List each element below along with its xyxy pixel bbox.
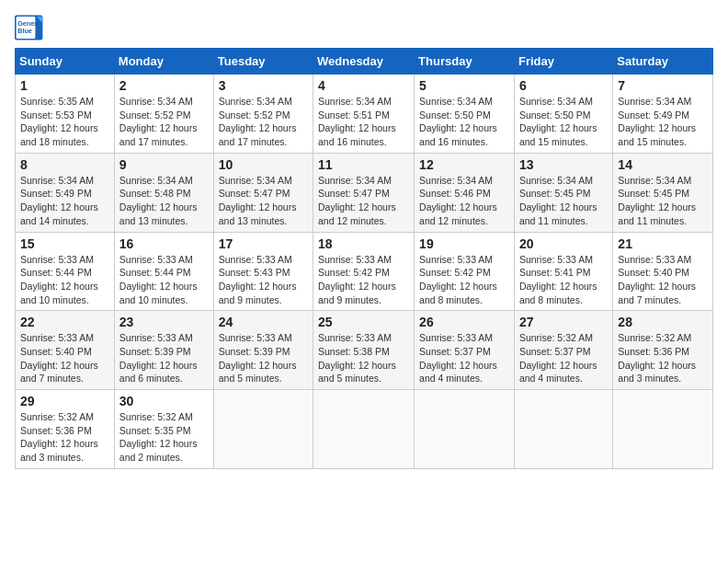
weekday-header-thursday: Thursday bbox=[415, 49, 515, 75]
calendar-cell: 12 Sunrise: 5:34 AMSunset: 5:46 PMDaylig… bbox=[415, 153, 515, 232]
calendar-table: SundayMondayTuesdayWednesdayThursdayFrid… bbox=[15, 48, 713, 469]
day-info: Sunrise: 5:34 AMSunset: 5:49 PMDaylight:… bbox=[618, 96, 696, 147]
calendar-cell: 16 Sunrise: 5:33 AMSunset: 5:44 PMDaylig… bbox=[114, 232, 213, 311]
day-number: 19 bbox=[419, 236, 509, 251]
calendar-cell: 15 Sunrise: 5:33 AMSunset: 5:44 PMDaylig… bbox=[16, 232, 115, 311]
day-number: 2 bbox=[119, 78, 209, 93]
day-info: Sunrise: 5:34 AMSunset: 5:52 PMDaylight:… bbox=[219, 96, 297, 147]
logo-icon: General Blue bbox=[15, 15, 44, 40]
day-number: 4 bbox=[318, 78, 409, 93]
day-number: 18 bbox=[318, 236, 409, 251]
day-number: 7 bbox=[618, 78, 708, 93]
calendar-cell bbox=[415, 390, 515, 469]
day-number: 23 bbox=[119, 315, 209, 329]
day-info: Sunrise: 5:34 AMSunset: 5:48 PMDaylight:… bbox=[119, 175, 198, 226]
day-number: 5 bbox=[419, 78, 509, 93]
calendar-cell: 14 Sunrise: 5:34 AMSunset: 5:45 PMDaylig… bbox=[613, 153, 713, 232]
calendar-cell: 29 Sunrise: 5:32 AMSunset: 5:36 PMDaylig… bbox=[16, 390, 115, 469]
day-info: Sunrise: 5:33 AMSunset: 5:41 PMDaylight:… bbox=[519, 254, 597, 305]
day-number: 3 bbox=[219, 78, 308, 93]
day-info: Sunrise: 5:33 AMSunset: 5:42 PMDaylight:… bbox=[419, 254, 497, 305]
day-info: Sunrise: 5:34 AMSunset: 5:47 PMDaylight:… bbox=[219, 175, 297, 226]
calendar-cell: 25 Sunrise: 5:33 AMSunset: 5:38 PMDaylig… bbox=[313, 311, 415, 390]
calendar-cell: 5 Sunrise: 5:34 AMSunset: 5:50 PMDayligh… bbox=[415, 75, 515, 154]
calendar-cell bbox=[514, 390, 612, 469]
calendar-cell bbox=[313, 390, 415, 469]
svg-text:Blue: Blue bbox=[17, 27, 32, 35]
day-number: 27 bbox=[519, 315, 608, 329]
day-number: 21 bbox=[618, 236, 708, 251]
day-info: Sunrise: 5:34 AMSunset: 5:52 PMDaylight:… bbox=[119, 96, 198, 147]
day-number: 22 bbox=[20, 315, 109, 329]
day-info: Sunrise: 5:32 AMSunset: 5:36 PMDaylight:… bbox=[20, 411, 98, 463]
calendar-cell: 1 Sunrise: 5:35 AMSunset: 5:53 PMDayligh… bbox=[16, 75, 115, 154]
day-number: 20 bbox=[519, 236, 608, 251]
day-info: Sunrise: 5:34 AMSunset: 5:45 PMDaylight:… bbox=[618, 175, 696, 226]
calendar-cell: 4 Sunrise: 5:34 AMSunset: 5:51 PMDayligh… bbox=[313, 75, 415, 154]
calendar-cell: 8 Sunrise: 5:34 AMSunset: 5:49 PMDayligh… bbox=[16, 153, 115, 232]
day-number: 11 bbox=[318, 157, 409, 172]
calendar-cell: 3 Sunrise: 5:34 AMSunset: 5:52 PMDayligh… bbox=[213, 75, 313, 154]
calendar-cell: 7 Sunrise: 5:34 AMSunset: 5:49 PMDayligh… bbox=[613, 75, 713, 154]
calendar-cell bbox=[213, 390, 313, 469]
day-number: 30 bbox=[119, 394, 209, 408]
day-number: 9 bbox=[119, 157, 209, 172]
day-info: Sunrise: 5:33 AMSunset: 5:37 PMDaylight:… bbox=[419, 332, 497, 384]
calendar-cell: 17 Sunrise: 5:33 AMSunset: 5:43 PMDaylig… bbox=[213, 232, 313, 311]
calendar-cell bbox=[613, 390, 713, 469]
day-number: 14 bbox=[618, 157, 708, 172]
day-number: 26 bbox=[419, 315, 509, 329]
header: General Blue bbox=[15, 15, 713, 40]
day-number: 24 bbox=[219, 315, 308, 329]
calendar-cell: 10 Sunrise: 5:34 AMSunset: 5:47 PMDaylig… bbox=[213, 153, 313, 232]
day-number: 1 bbox=[20, 78, 109, 93]
day-info: Sunrise: 5:34 AMSunset: 5:49 PMDaylight:… bbox=[20, 175, 98, 226]
day-info: Sunrise: 5:33 AMSunset: 5:42 PMDaylight:… bbox=[318, 254, 396, 305]
weekday-header-monday: Monday bbox=[114, 49, 213, 75]
weekday-header-saturday: Saturday bbox=[613, 49, 713, 75]
day-info: Sunrise: 5:32 AMSunset: 5:36 PMDaylight:… bbox=[618, 332, 696, 384]
calendar-cell: 22 Sunrise: 5:33 AMSunset: 5:40 PMDaylig… bbox=[16, 311, 115, 390]
calendar-week-row: 15 Sunrise: 5:33 AMSunset: 5:44 PMDaylig… bbox=[16, 232, 713, 311]
calendar-cell: 24 Sunrise: 5:33 AMSunset: 5:39 PMDaylig… bbox=[213, 311, 313, 390]
calendar-cell: 13 Sunrise: 5:34 AMSunset: 5:45 PMDaylig… bbox=[514, 153, 612, 232]
calendar-week-row: 1 Sunrise: 5:35 AMSunset: 5:53 PMDayligh… bbox=[16, 75, 713, 154]
weekday-header-row: SundayMondayTuesdayWednesdayThursdayFrid… bbox=[16, 49, 713, 75]
day-number: 28 bbox=[618, 315, 708, 329]
calendar-cell: 2 Sunrise: 5:34 AMSunset: 5:52 PMDayligh… bbox=[114, 75, 213, 154]
day-number: 25 bbox=[318, 315, 409, 329]
weekday-header-tuesday: Tuesday bbox=[213, 49, 313, 75]
day-info: Sunrise: 5:33 AMSunset: 5:39 PMDaylight:… bbox=[119, 332, 198, 384]
day-info: Sunrise: 5:34 AMSunset: 5:50 PMDaylight:… bbox=[519, 96, 597, 147]
weekday-header-sunday: Sunday bbox=[16, 49, 115, 75]
day-number: 13 bbox=[519, 157, 608, 172]
day-info: Sunrise: 5:34 AMSunset: 5:50 PMDaylight:… bbox=[419, 96, 497, 147]
day-number: 17 bbox=[219, 236, 308, 251]
day-number: 29 bbox=[20, 394, 109, 408]
calendar-cell: 21 Sunrise: 5:33 AMSunset: 5:40 PMDaylig… bbox=[613, 232, 713, 311]
day-info: Sunrise: 5:34 AMSunset: 5:46 PMDaylight:… bbox=[419, 175, 497, 226]
day-info: Sunrise: 5:33 AMSunset: 5:38 PMDaylight:… bbox=[318, 332, 396, 384]
calendar-cell: 27 Sunrise: 5:32 AMSunset: 5:37 PMDaylig… bbox=[514, 311, 612, 390]
calendar-cell: 30 Sunrise: 5:32 AMSunset: 5:35 PMDaylig… bbox=[114, 390, 213, 469]
calendar-cell: 9 Sunrise: 5:34 AMSunset: 5:48 PMDayligh… bbox=[114, 153, 213, 232]
calendar-week-row: 22 Sunrise: 5:33 AMSunset: 5:40 PMDaylig… bbox=[16, 311, 713, 390]
day-info: Sunrise: 5:34 AMSunset: 5:51 PMDaylight:… bbox=[318, 96, 396, 147]
calendar-cell: 19 Sunrise: 5:33 AMSunset: 5:42 PMDaylig… bbox=[415, 232, 515, 311]
day-info: Sunrise: 5:33 AMSunset: 5:43 PMDaylight:… bbox=[219, 254, 297, 305]
calendar-cell: 23 Sunrise: 5:33 AMSunset: 5:39 PMDaylig… bbox=[114, 311, 213, 390]
weekday-header-friday: Friday bbox=[514, 49, 612, 75]
day-info: Sunrise: 5:34 AMSunset: 5:45 PMDaylight:… bbox=[519, 175, 597, 226]
calendar-cell: 20 Sunrise: 5:33 AMSunset: 5:41 PMDaylig… bbox=[514, 232, 612, 311]
calendar-week-row: 29 Sunrise: 5:32 AMSunset: 5:36 PMDaylig… bbox=[16, 390, 713, 469]
logo: General Blue bbox=[15, 15, 46, 40]
calendar-cell: 28 Sunrise: 5:32 AMSunset: 5:36 PMDaylig… bbox=[613, 311, 713, 390]
day-number: 15 bbox=[20, 236, 109, 251]
day-number: 6 bbox=[519, 78, 608, 93]
day-info: Sunrise: 5:33 AMSunset: 5:39 PMDaylight:… bbox=[219, 332, 297, 384]
calendar-cell: 26 Sunrise: 5:33 AMSunset: 5:37 PMDaylig… bbox=[415, 311, 515, 390]
day-info: Sunrise: 5:34 AMSunset: 5:47 PMDaylight:… bbox=[318, 175, 396, 226]
day-info: Sunrise: 5:32 AMSunset: 5:37 PMDaylight:… bbox=[519, 332, 597, 384]
day-number: 10 bbox=[219, 157, 308, 172]
day-number: 8 bbox=[20, 157, 109, 172]
